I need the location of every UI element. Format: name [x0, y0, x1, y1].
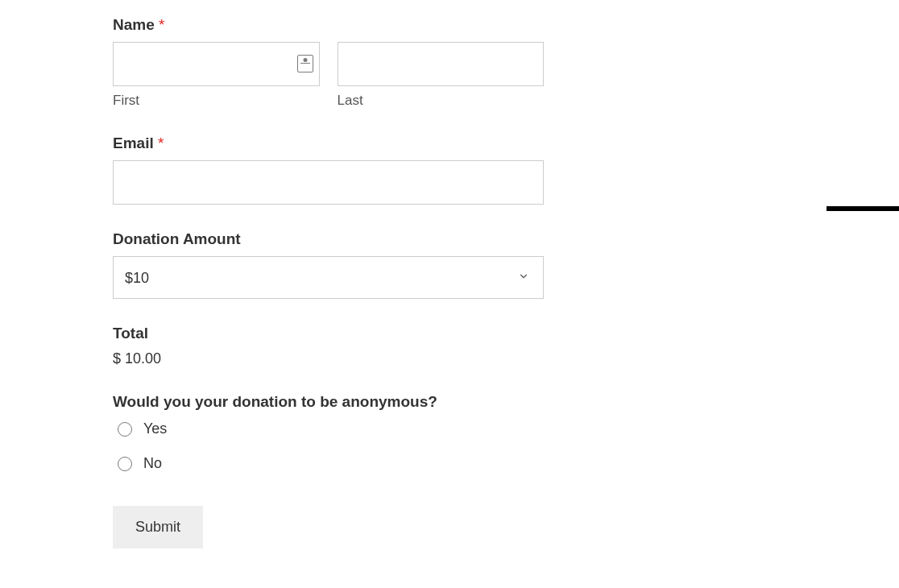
submit-button[interactable]: Submit: [113, 506, 203, 549]
donation-form: Name * First Last Email * Donation Amoun…: [113, 16, 544, 549]
email-label-text: Email: [113, 135, 154, 151]
first-name-sublabel: First: [113, 93, 320, 109]
anonymous-no-input[interactable]: [118, 457, 132, 471]
last-name-input[interactable]: [338, 42, 545, 86]
email-label: Email *: [113, 135, 544, 152]
last-name-sublabel: Last: [338, 93, 545, 109]
name-label-text: Name: [113, 16, 155, 33]
required-asterisk: *: [159, 16, 164, 33]
donation-amount-label: Donation Amount: [113, 230, 544, 248]
anonymous-radio-no[interactable]: No: [113, 455, 544, 472]
name-row: First Last: [113, 42, 544, 109]
first-name-column: First: [113, 42, 320, 109]
anonymous-label: Would you your donation to be anonymous?: [113, 393, 544, 411]
last-name-column: Last: [338, 42, 545, 109]
total-value: $ 10.00: [113, 350, 544, 367]
total-label: Total: [113, 325, 544, 342]
anonymous-yes-input[interactable]: [118, 422, 132, 437]
anonymous-field-group: Would you your donation to be anonymous?…: [113, 393, 544, 472]
anonymous-radio-group: Yes No: [113, 420, 544, 472]
email-input[interactable]: [113, 160, 544, 205]
anonymous-yes-label: Yes: [143, 420, 167, 437]
donation-amount-field-group: Donation Amount $10: [113, 230, 544, 299]
name-field-group: Name * First Last: [113, 16, 544, 109]
total-field-group: Total $ 10.00: [113, 325, 544, 367]
email-field-group: Email *: [113, 135, 544, 205]
name-label: Name *: [113, 16, 544, 34]
anonymous-no-label: No: [143, 455, 162, 472]
required-asterisk: *: [158, 135, 164, 151]
donation-amount-select[interactable]: $10: [113, 256, 544, 299]
donation-amount-select-wrapper: $10: [113, 256, 544, 299]
side-mark: [826, 206, 899, 211]
first-name-input[interactable]: [113, 42, 320, 86]
anonymous-radio-yes[interactable]: Yes: [113, 420, 544, 437]
